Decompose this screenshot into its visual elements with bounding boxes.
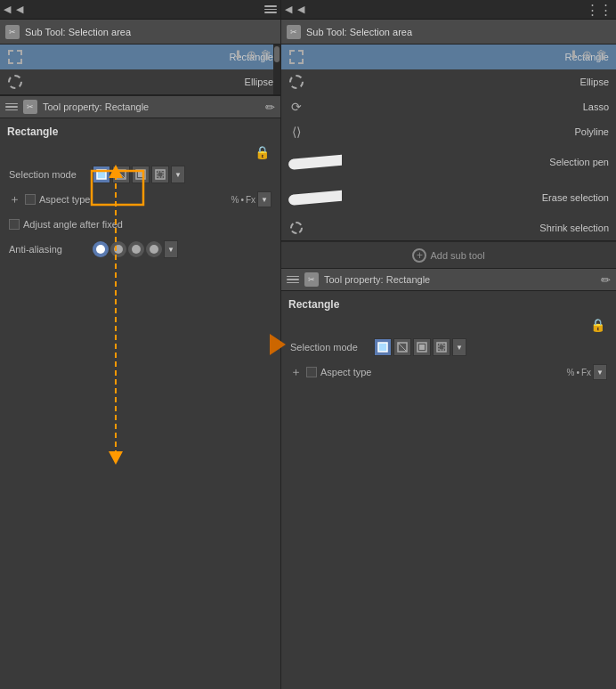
right-topbar-right: ⋮⋮ [586, 2, 612, 18]
left-tool-name: Rectangle [5, 122, 275, 142]
right-item-polyline[interactable]: ⟨⟩ Polyline [281, 119, 616, 144]
aspect-type-label: Aspect type [39, 194, 90, 205]
svg-rect-4 [138, 172, 143, 177]
menu-icon[interactable] [264, 5, 277, 13]
right-lock-row: 🔒 [287, 316, 611, 334]
right-prop-content: Rectangle 🔒 Selection mode ▼ [281, 291, 616, 387]
right-prop-title: Tool property: Rectangle [324, 274, 430, 285]
selection-mode-row: Selection mode ▼ [5, 163, 275, 186]
right-lock-icon[interactable]: 🔒 [590, 318, 605, 332]
selection-mode-controls: ▼ [93, 166, 185, 183]
right-prop-pen-icon[interactable]: ✏ [601, 273, 611, 287]
right-aspect-fx-icon: Fx [581, 368, 591, 377]
aspect-fx-icon: Fx [246, 195, 255, 205]
sel-mode-btn-4[interactable] [151, 166, 169, 183]
right-erase-icon [288, 183, 342, 212]
right-menu-icon[interactable]: ⋮⋮ [586, 2, 612, 18]
left-subtool-title: Sub Tool: Selection area [25, 27, 131, 37]
right-sel-mode-btn-2[interactable] [393, 338, 411, 356]
right-item-sel-pen[interactable]: Selection pen [281, 144, 616, 180]
left-arrow-1[interactable]: ◀ [4, 4, 11, 15]
sel-mode-btn-2[interactable] [112, 166, 130, 183]
right-subtool-title: Sub Tool: Selection area [306, 27, 412, 37]
aspect-pct-icon: % [231, 195, 239, 205]
lock-icon[interactable]: 🔒 [255, 145, 270, 159]
right-sel-mode-btn-4[interactable] [433, 338, 450, 356]
right-sel-pen-label: Selection pen [349, 157, 609, 167]
svg-line-13 [398, 343, 407, 352]
right-panel: ◀ ◀ ⋮⋮ ✂ Sub Tool: Selection area ⬇ ⊕ 🗑 … [281, 0, 616, 689]
right-subtool-list: ⬇ ⊕ 🗑 Rectangle Ellipse ⟳ Lasso [281, 45, 616, 241]
export-icon[interactable]: ⬇ [233, 48, 243, 61]
aa-dot-2[interactable] [128, 241, 144, 257]
svg-rect-17 [439, 344, 444, 350]
scrollbar[interactable] [273, 45, 280, 94]
right-tool-name: Rectangle [287, 295, 611, 314]
aspect-controls: % • Fx ▼ [231, 191, 272, 207]
svg-rect-0 [97, 170, 106, 179]
right-item-ellipse[interactable]: Ellipse [281, 69, 616, 94]
adjust-angle-label: Adjust angle after fixed [23, 219, 123, 230]
add-subtool-label: Add sub tool [430, 250, 484, 261]
right-arrow-2[interactable]: ◀ [297, 4, 304, 15]
aa-dot-1[interactable] [110, 241, 126, 257]
left-prop-content: Rectangle 🔒 Selection mode ▼ [0, 118, 280, 689]
right-aspect-dropdown[interactable]: ▼ [593, 364, 607, 380]
right-item-rectangle[interactable]: Rectangle [281, 45, 616, 69]
left-tool-property-bar: ✂ Tool property: Rectangle ✏ [0, 95, 280, 118]
aspect-dropdown[interactable]: ▼ [257, 191, 272, 207]
right-lasso-icon: ⟳ [288, 99, 304, 115]
plus-expand-icon[interactable]: ＋ [9, 191, 21, 207]
left-arrow-2[interactable]: ◀ [16, 4, 23, 15]
right-aspect-type-label: Aspect type [320, 367, 371, 377]
right-aspect-type-checkbox[interactable] [306, 367, 317, 377]
svg-rect-11 [378, 343, 387, 352]
right-export-icon[interactable]: ⬇ [569, 48, 579, 61]
right-add-icon[interactable]: ⊕ [582, 48, 592, 61]
right-item-shrink-sel[interactable]: Shrink selection [281, 215, 616, 240]
delete-icon[interactable]: 🗑 [260, 48, 272, 61]
right-lasso-label: Lasso [312, 101, 609, 112]
left-subtool-list: ⬇ ⊕ 🗑 Rectangle Ellipse [0, 45, 280, 95]
anti-aliasing-row: Anti-aliasing ▼ [5, 238, 275, 261]
right-ellipse-icon [288, 74, 304, 90]
list-toolbar: ⬇ ⊕ 🗑 [233, 48, 272, 61]
prop-menu-icon[interactable] [5, 103, 18, 111]
aa-dropdown[interactable]: ▼ [164, 240, 178, 258]
aa-dot-0[interactable] [93, 241, 109, 257]
right-sel-mode-dropdown[interactable]: ▼ [452, 338, 466, 356]
selection-mode-label: Selection mode [9, 169, 89, 180]
right-item-erase-sel[interactable]: Erase selection [281, 180, 616, 215]
right-prop-menu-icon[interactable] [287, 276, 299, 284]
anti-aliasing-label: Anti-aliasing [9, 244, 89, 255]
right-plus-expand-icon[interactable]: ＋ [290, 364, 303, 380]
aa-dot-3[interactable] [146, 241, 162, 257]
right-prop-tool-icon: ✂ [304, 272, 319, 287]
prop-pen-icon[interactable]: ✏ [265, 101, 275, 114]
sel-mode-dropdown[interactable]: ▼ [171, 166, 185, 183]
aspect-type-checkbox[interactable] [25, 194, 36, 205]
left-panel: ◀ ◀ ✂ Sub Tool: Selection area ⬇ ⊕ 🗑 Rec… [0, 0, 281, 689]
right-polyline-label: Polyline [312, 126, 609, 137]
ellipse-label: Ellipse [30, 77, 273, 87]
adjust-angle-checkbox[interactable] [9, 219, 20, 230]
right-item-lasso[interactable]: ⟳ Lasso [281, 94, 616, 119]
aspect-type-row: ＋ Aspect type % • Fx ▼ [5, 188, 275, 211]
add-icon[interactable]: ⊕ [247, 48, 256, 61]
right-aspect-dot-icon: • [576, 368, 580, 377]
add-subtool-row[interactable]: + Add sub tool [281, 241, 616, 268]
right-selection-mode-label: Selection mode [290, 342, 370, 353]
right-delete-icon[interactable]: 🗑 [596, 48, 607, 61]
scrollbar-thumb [274, 46, 280, 62]
ellipse-icon [7, 74, 23, 90]
right-topbar: ◀ ◀ ⋮⋮ [281, 0, 616, 20]
sel-mode-btn-3[interactable] [132, 166, 150, 183]
prop-tool-icon: ✂ [23, 100, 37, 114]
right-arrow-1[interactable]: ◀ [285, 4, 292, 15]
left-subtool-item-ellipse[interactable]: Ellipse [0, 69, 280, 94]
right-sel-mode-btn-3[interactable] [413, 338, 431, 356]
right-list-toolbar: ⬇ ⊕ 🗑 [569, 48, 607, 61]
left-topbar: ◀ ◀ [0, 0, 280, 20]
right-sel-mode-btn-1[interactable] [374, 338, 392, 356]
sel-mode-btn-1[interactable] [93, 166, 110, 183]
